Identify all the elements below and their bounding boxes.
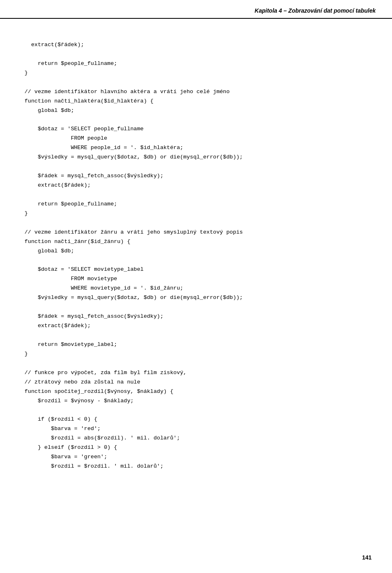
page-footer: 141 — [362, 554, 372, 561]
code-block: extract($řádek); return $people_fullname… — [0, 19, 392, 484]
page-header: Kapitola 4 – Zobrazování dat pomocí tabu… — [0, 0, 392, 19]
chapter-title: Kapitola 4 – Zobrazování dat pomocí tabu… — [255, 7, 376, 14]
page-number: 141 — [362, 554, 372, 561]
code-content: extract($řádek); return $people_fullname… — [24, 42, 243, 469]
